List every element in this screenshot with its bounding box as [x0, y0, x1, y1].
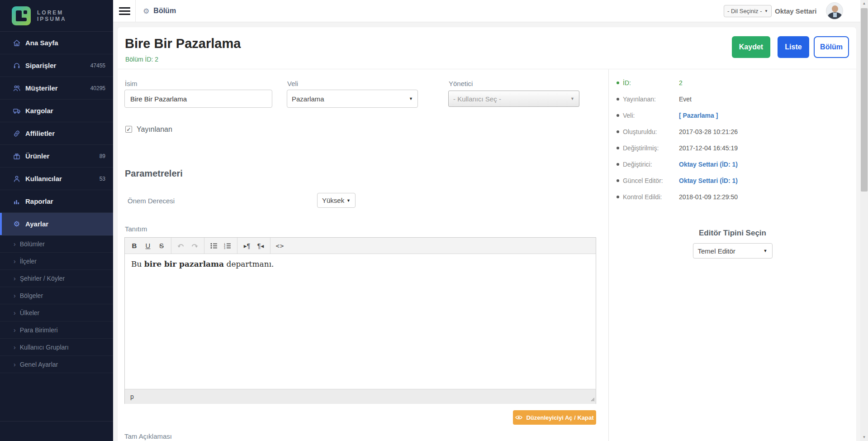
- caret-down-icon: ▼: [764, 9, 768, 13]
- parent-link[interactable]: [ Pazarlama ]: [679, 112, 718, 119]
- toggle-editor-label: Düzenleyiciyi Aç / Kapat: [526, 414, 593, 421]
- toggle-editor-button[interactable]: Düzenleyiciyi Aç / Kapat: [513, 410, 596, 425]
- topbar: ⚙ Bölüm - Dil Seçiniz - ▼ Oktay Settari: [113, 0, 860, 22]
- page-title: Bölüm: [153, 7, 176, 15]
- editor-content[interactable]: Bu bire bir pazarlama departmanı.: [125, 254, 596, 389]
- bullet-icon: [617, 98, 619, 101]
- brand-name-line2: IPSUMA: [37, 16, 66, 22]
- name-input[interactable]: [124, 90, 272, 108]
- sidebar-subitem-label: Para Birimleri: [20, 326, 58, 334]
- parent-select-value: Pazarlama: [292, 95, 409, 103]
- sidebar-item-affiliates[interactable]: Affilietler: [0, 122, 113, 145]
- editor-type-select-value: Temel Editör: [698, 247, 764, 255]
- editor-toolbar: B U S 123: [125, 238, 596, 254]
- paragraph-rtl-button[interactable]: ¶◂: [254, 240, 267, 252]
- code-view-button[interactable]: <>: [273, 240, 287, 252]
- parameters-section-title: Parametreleri: [125, 168, 183, 179]
- avatar[interactable]: [826, 2, 843, 19]
- sidebar-item-label: Ana Sayfa: [25, 39, 105, 47]
- caret-down-icon: ▼: [346, 198, 351, 203]
- paragraph-ltr-button[interactable]: ▸¶: [240, 240, 254, 252]
- menu-toggle-button[interactable]: [113, 0, 136, 22]
- sidebar-item-home[interactable]: Ana Sayfa: [0, 32, 113, 54]
- published-label: Yayınlanan: [137, 125, 172, 134]
- truck-icon: [13, 107, 21, 115]
- brand-name-line1: LOREM: [37, 10, 66, 16]
- language-select[interactable]: - Dil Seçiniz - ▼: [724, 5, 772, 17]
- redo-button[interactable]: [188, 240, 201, 252]
- resize-grip[interactable]: [589, 396, 595, 403]
- sidebar-item-label: Ürünler: [25, 152, 100, 160]
- published-checkbox[interactable]: ✓: [125, 126, 132, 133]
- numbered-list-button[interactable]: 123: [221, 240, 234, 252]
- headset-icon: [13, 62, 21, 70]
- current-editor-link[interactable]: Oktay Settari (İD: 1): [679, 177, 738, 184]
- customers-icon: [13, 84, 21, 92]
- sidebar-item-label: Ayarlar: [25, 220, 105, 228]
- sidebar-subitem-districts[interactable]: › İlçeler: [0, 253, 113, 270]
- bullet-icon: [617, 81, 619, 84]
- chevron-right-icon: ›: [14, 292, 16, 299]
- bullet-icon: [617, 179, 619, 182]
- sidebar-subitem-cities[interactable]: › Şehirler / Köyler: [0, 270, 113, 287]
- editor-status-bar: p: [125, 389, 596, 404]
- sidebar-subitem-regions[interactable]: › Bölgeler: [0, 287, 113, 304]
- record-info-panel: İD:2 Yayınlanan:Evet Veli:[ Pazarlama ] …: [608, 69, 856, 441]
- sidebar-subitem-countries[interactable]: › Ülkeler: [0, 304, 113, 321]
- sidebar-item-users[interactable]: Kullanıcılar 53: [0, 168, 113, 190]
- info-row-published: Yayınlanan:Evet: [609, 91, 856, 107]
- scroll-up-arrow[interactable]: ▲: [860, 0, 868, 7]
- record-title: Bire Bir Pazarlama: [125, 36, 241, 51]
- underline-button[interactable]: U: [141, 240, 155, 252]
- record-id-subtitle: Bölüm İD: 2: [125, 56, 158, 63]
- link-icon: [13, 129, 21, 138]
- undo-button[interactable]: [174, 240, 188, 252]
- manager-select[interactable]: - Kullanıcı Seç - ▼: [448, 91, 579, 107]
- modifier-link[interactable]: Oktay Settari (İD: 1): [679, 161, 738, 168]
- info-row-modifier: Değiştirici:Oktay Settari (İD: 1): [609, 156, 856, 173]
- sidebar-item-customers[interactable]: Müşteriler 40295: [0, 77, 113, 100]
- sidebar-item-shipments[interactable]: Kargolar: [0, 100, 113, 122]
- importance-select[interactable]: Yüksek ▼: [317, 193, 356, 208]
- sidebar-item-settings[interactable]: ⚙ Ayarlar: [0, 213, 113, 235]
- sidebar-item-reports[interactable]: Raporlar: [0, 190, 113, 213]
- caret-down-icon: ▼: [409, 96, 413, 101]
- sidebar-subitem-label: Genel Ayarlar: [20, 361, 58, 368]
- bullet-list-button[interactable]: [207, 240, 221, 252]
- bullet-icon: [617, 163, 619, 166]
- element-path-tag: p: [130, 393, 134, 400]
- username[interactable]: Oktay Settari: [775, 0, 817, 22]
- bold-button[interactable]: B: [128, 240, 141, 252]
- sidebar-subitem-currencies[interactable]: › Para Birimleri: [0, 321, 113, 339]
- manager-label: Yönetici: [449, 80, 473, 87]
- strikethrough-button[interactable]: S: [155, 240, 168, 252]
- sidebar-item-badge: 47455: [90, 62, 105, 69]
- brand-logo[interactable]: LOREM IPSUMA: [0, 0, 113, 32]
- sidebar-item-orders[interactable]: Siparişler 47455: [0, 54, 113, 77]
- chevron-right-icon: ›: [14, 344, 16, 351]
- sidebar-item-products[interactable]: Ürünler 89: [0, 145, 113, 168]
- sidebar-subitem-user-groups[interactable]: › Kullanıcı Grupları: [0, 339, 113, 356]
- scroll-down-arrow[interactable]: ▼: [860, 434, 868, 441]
- info-row-id: İD:2: [609, 75, 856, 91]
- save-button[interactable]: Kaydet: [732, 36, 770, 58]
- info-row-current-editor: Güncel Editör:Oktay Settari (İD: 1): [609, 173, 856, 189]
- info-row-created: Oluşturuldu:2017-03-28 10:21:26: [609, 124, 856, 140]
- card-header: Bire Bir Pazarlama Bölüm İD: 2 Kaydet Li…: [118, 27, 856, 69]
- parent-select[interactable]: Pazarlama ▼: [287, 90, 418, 108]
- chevron-right-icon: ›: [14, 326, 16, 334]
- sidebar-subitem-general-settings[interactable]: › Genel Ayarlar: [0, 356, 113, 373]
- section-button[interactable]: Bölüm: [814, 36, 849, 58]
- sidebar-item-label: Müşteriler: [25, 84, 90, 92]
- vertical-scrollbar[interactable]: ▲ ▼: [860, 0, 868, 441]
- sidebar-item-label: Raporlar: [25, 197, 105, 205]
- editor-type-select[interactable]: Temel Editör ▼: [693, 243, 773, 259]
- brand-name: LOREM IPSUMA: [37, 10, 66, 22]
- brand-logo-icon: [12, 6, 31, 25]
- intro-rich-text-editor: B U S 123: [124, 237, 596, 404]
- scrollbar-thumb[interactable]: [861, 8, 868, 192]
- intro-label: Tanıtım: [125, 225, 147, 233]
- sidebar-subitem-sections[interactable]: › Bölümler: [0, 235, 113, 253]
- list-button[interactable]: Liste: [778, 36, 809, 58]
- editor-type-block: Editör Tipini Seçin Temel Editör ▼: [609, 229, 856, 259]
